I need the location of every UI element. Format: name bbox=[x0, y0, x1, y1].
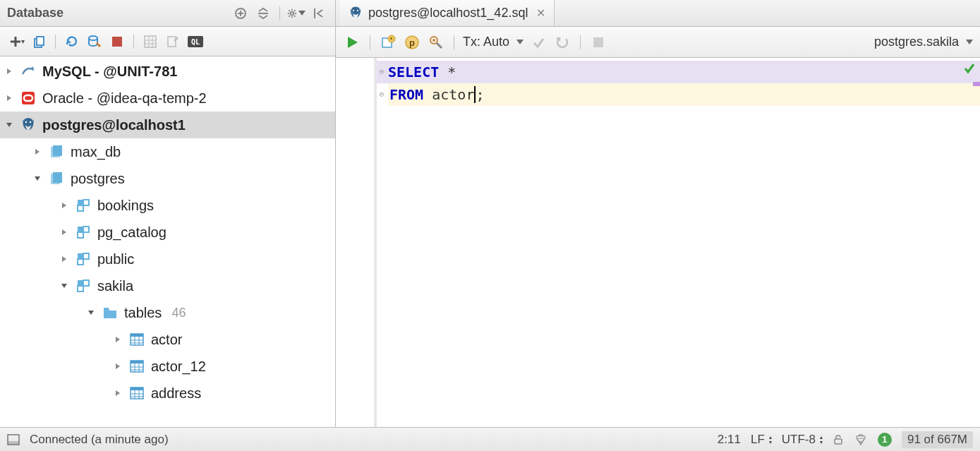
table-view-icon[interactable] bbox=[141, 33, 159, 50]
database-tool-window: Database ▾ bbox=[0, 0, 336, 427]
sql-editor[interactable]: ⊖ SELECT * ⊖ FROM actor; bbox=[336, 58, 980, 427]
database-icon bbox=[48, 170, 65, 187]
svg-rect-42 bbox=[78, 232, 83, 238]
expand-arrow-icon[interactable] bbox=[113, 388, 123, 398]
duplicate-icon[interactable] bbox=[30, 33, 48, 50]
editor-toolbar: p Tx: Auto postgres.sakila bbox=[336, 27, 980, 58]
svg-rect-78 bbox=[8, 441, 19, 445]
close-tab-icon[interactable]: ✕ bbox=[536, 6, 545, 20]
datasource-mysql[interactable]: MySQL - @UNIT-781 bbox=[0, 58, 335, 85]
sql-keyword: SELECT bbox=[388, 64, 439, 80]
node-label: address bbox=[151, 385, 201, 402]
postgres-elephant-icon bbox=[349, 6, 363, 20]
status-inspector-icon[interactable] bbox=[854, 433, 868, 447]
table-actor[interactable]: actor bbox=[0, 326, 335, 353]
expand-arrow-icon[interactable] bbox=[113, 335, 123, 344]
table-icon bbox=[128, 331, 145, 348]
svg-point-31 bbox=[25, 121, 27, 123]
svg-rect-49 bbox=[104, 308, 109, 310]
hide-panel-icon[interactable] bbox=[310, 5, 328, 22]
status-memory[interactable]: 91 of 667M bbox=[902, 431, 973, 448]
settings-wrench-icon[interactable] bbox=[427, 34, 445, 51]
refresh-icon[interactable] bbox=[63, 33, 81, 50]
svg-line-11 bbox=[289, 16, 290, 17]
schema-public[interactable]: public bbox=[0, 246, 335, 272]
explain-plan-icon[interactable] bbox=[379, 34, 397, 51]
database-panel-header: Database bbox=[0, 0, 335, 27]
svg-rect-47 bbox=[83, 280, 89, 286]
run-icon[interactable] bbox=[343, 34, 361, 51]
tx-mode-selector[interactable]: Tx: Auto bbox=[463, 35, 524, 49]
expand-arrow-icon[interactable] bbox=[4, 66, 14, 76]
rollback-icon[interactable] bbox=[553, 34, 571, 51]
node-label: postgres@localhost1 bbox=[42, 117, 186, 133]
collapse-arrow-icon[interactable] bbox=[59, 281, 69, 291]
schema-selector[interactable]: postgres.sakila bbox=[874, 35, 973, 49]
table-actor-12[interactable]: actor_12 bbox=[0, 353, 335, 380]
fold-icon[interactable]: ⊖ bbox=[377, 61, 387, 83]
oracle-icon bbox=[20, 90, 37, 107]
datasource-oracle[interactable]: Oracle - @idea-qa-temp-2 bbox=[0, 85, 335, 112]
new-icon[interactable]: ▾ bbox=[7, 33, 25, 50]
expand-arrow-icon[interactable] bbox=[59, 227, 69, 237]
database-toolbar: ▾ QL bbox=[0, 27, 335, 56]
expand-arrow-icon[interactable] bbox=[4, 93, 14, 103]
separator bbox=[55, 35, 56, 49]
datasource-properties-icon[interactable] bbox=[85, 33, 104, 50]
fold-icon[interactable]: ⊖ bbox=[377, 83, 387, 106]
stop-icon[interactable] bbox=[589, 34, 607, 51]
scroll-mark bbox=[973, 82, 980, 86]
schema-sakila[interactable]: sakila bbox=[0, 272, 335, 299]
expand-arrow-icon[interactable] bbox=[32, 147, 42, 157]
expand-arrow-icon[interactable] bbox=[59, 254, 69, 264]
svg-rect-76 bbox=[593, 37, 603, 47]
collapse-icon[interactable] bbox=[254, 5, 272, 22]
commit-icon[interactable] bbox=[529, 34, 548, 51]
expand-arrow-icon[interactable] bbox=[59, 200, 69, 210]
tx-label: Tx: Auto bbox=[463, 35, 509, 49]
table-address[interactable]: address bbox=[0, 380, 335, 407]
parameter-icon[interactable]: p bbox=[403, 34, 421, 51]
status-caret-pos[interactable]: 2:11 bbox=[718, 433, 741, 447]
svg-line-10 bbox=[294, 16, 296, 17]
separator bbox=[279, 6, 280, 20]
status-notifications[interactable]: 1 bbox=[878, 433, 892, 447]
node-label: sakila bbox=[97, 278, 133, 294]
collapse-arrow-icon[interactable] bbox=[4, 120, 14, 130]
collapse-arrow-icon[interactable] bbox=[32, 174, 42, 184]
schema-pg-catalog[interactable]: pg_catalog bbox=[0, 219, 335, 246]
database-max-db[interactable]: max_db bbox=[0, 138, 335, 165]
database-tree[interactable]: MySQL - @UNIT-781 Oracle - @idea-qa-temp… bbox=[0, 56, 335, 427]
code-area[interactable]: ⊖ SELECT * ⊖ FROM actor; bbox=[377, 58, 980, 427]
sql-text: * bbox=[439, 64, 456, 80]
stop-icon[interactable] bbox=[108, 33, 126, 50]
svg-rect-39 bbox=[78, 205, 83, 211]
expand-arrow-icon[interactable] bbox=[113, 361, 123, 371]
dropdown-caret-icon bbox=[966, 40, 973, 44]
schema-icon bbox=[75, 224, 92, 241]
collapse-arrow-icon[interactable] bbox=[86, 308, 96, 318]
datasource-postgres[interactable]: postgres@localhost1 bbox=[0, 112, 335, 138]
mysql-icon bbox=[20, 63, 37, 80]
schema-bookings[interactable]: bookings bbox=[0, 192, 335, 219]
sql-text: actor bbox=[423, 86, 474, 103]
svg-rect-34 bbox=[53, 145, 62, 156]
table-icon bbox=[128, 385, 145, 402]
status-bar-toggle-icon[interactable] bbox=[7, 434, 20, 445]
status-bar: Connected (a minute ago) 2:11 LF▴▾ UTF-8… bbox=[0, 427, 980, 451]
status-encoding[interactable]: UTF-8▴▾ bbox=[782, 433, 823, 447]
edit-icon[interactable] bbox=[164, 33, 182, 50]
svg-rect-13 bbox=[314, 8, 315, 18]
svg-rect-17 bbox=[37, 37, 44, 45]
settings-gear-icon[interactable] bbox=[287, 5, 306, 22]
database-icon bbox=[48, 143, 65, 160]
editor-tab-bar: postgres@localhost1_42.sql ✕ bbox=[336, 0, 980, 27]
editor-tab[interactable]: postgres@localhost1_42.sql ✕ bbox=[340, 0, 555, 26]
tables-folder[interactable]: tables 46 bbox=[0, 299, 335, 326]
status-line-ending[interactable]: LF▴▾ bbox=[751, 433, 772, 447]
status-lock-icon[interactable] bbox=[833, 434, 844, 445]
svg-text:p: p bbox=[409, 37, 415, 48]
open-console-icon[interactable]: QL bbox=[186, 33, 205, 50]
database-postgres[interactable]: postgres bbox=[0, 165, 335, 192]
add-datasource-icon[interactable] bbox=[231, 5, 250, 22]
